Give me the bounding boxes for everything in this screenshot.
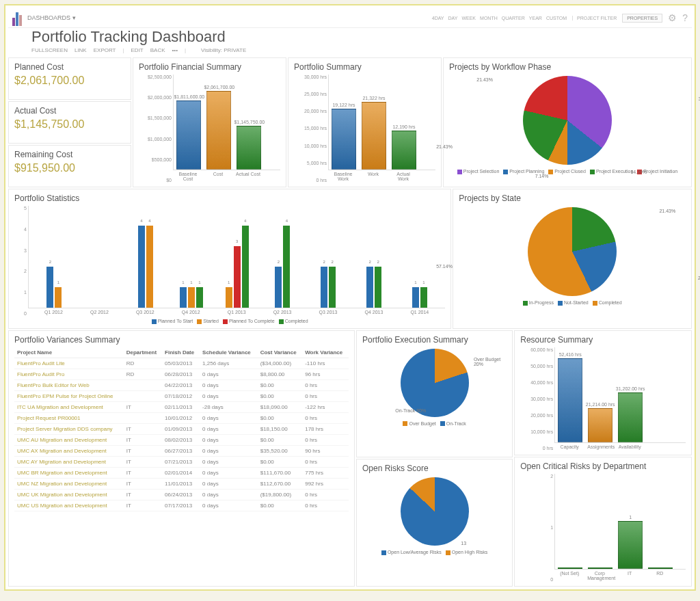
bar[interactable]: 1 [226,287,232,308]
menu-fullscreen[interactable]: FULLSCREEN [31,47,68,53]
help-icon[interactable]: ? [682,12,688,23]
menu-back[interactable]: BACK [150,47,165,53]
table-row[interactable]: UMC UK Migration and DevelopmentIT06/24/… [14,489,349,500]
menu-link[interactable]: LINK [75,47,87,53]
panel-title: Portfolio Execution Summary [362,335,507,345]
properties-button[interactable]: PROPERTIES [622,14,662,23]
col-header[interactable]: Department [124,347,162,358]
action-menu: FULLSCREENLINKEXPORT|EDITBACK•••|Visibil… [31,47,688,53]
menu-•••[interactable]: ••• [172,47,178,53]
bar-group: 44 [123,226,169,308]
kpi-label: Actual Cost [14,106,125,116]
table-row[interactable]: UMC US Migration and DevelopmentIT07/17/… [14,500,349,511]
title-bar: Portfolio Tracking Dashboard FULLSCREENL… [8,28,692,57]
panel-title: Open Critical Risks by Department [520,462,686,471]
legend-item[interactable]: Open Low/Average Risks [381,550,442,555]
bar[interactable]: 2 [366,267,373,308]
legend-item[interactable]: Planned To Complete [223,319,275,324]
bar-group: 22 [351,267,397,308]
bar[interactable]: 1 [412,287,419,308]
legend-item[interactable]: Project Execution [590,169,633,174]
bar[interactable]: 3 [234,246,241,308]
pie-chart[interactable] [528,207,617,296]
table-variances-summary: Portfolio Variances Summary Project Name… [8,330,355,587]
range-month[interactable]: MONTH [480,16,498,21]
project-filter[interactable]: PROJECT FILTER [572,16,617,21]
table-row[interactable]: UMC AY Migration and DevelopmentIT07/21/… [14,456,349,467]
range-custom[interactable]: CUSTOM [546,16,567,21]
range-quarter[interactable]: QUARTER [502,16,525,21]
table-row[interactable]: FluentPro EPM Pulse for Project Online07… [14,390,349,401]
bar-group: 21 [31,267,77,308]
pie-chart[interactable] [401,477,469,546]
bar[interactable]: 2 [329,267,336,308]
bar[interactable]: 2 [275,267,282,308]
panel-title: Portfolio Financial Summary [139,62,280,72]
bar[interactable]: 1 [55,287,62,308]
kpi-value: $1,145,750.00 [14,118,125,131]
bar[interactable]: 4 [146,226,153,308]
chart-workflow-phase: Projects by Workflow Phase35.71%14.29%7.… [443,57,692,187]
legend-item[interactable]: Completed [279,319,308,324]
kpi-remaining-cost: Remaining Cost $915,950.00 [8,145,131,187]
table-row[interactable]: UMC AX Migration and DevelopmentIT06/27/… [14,445,349,456]
table-row[interactable]: FluentPro Audit ProRD06/28/20130 days$8,… [14,369,349,379]
kpi-planned-cost: Planned Cost $2,061,700.00 [8,57,131,100]
col-header[interactable]: Cost Variance [258,347,303,358]
chart-portfolio-summary: Portfolio Summary30,000 hrs25,000 hrs20,… [288,57,442,187]
range-4day[interactable]: 4DAY [432,16,444,21]
legend-item[interactable]: Over Budget [403,421,435,427]
pie-chart[interactable] [401,349,469,417]
bar[interactable]: 1 [420,287,427,308]
table-row[interactable]: FluentPro Audit LiteRD05/03/20131,256 da… [14,358,349,369]
pie-chart[interactable] [523,76,612,165]
legend-item[interactable]: On-Track [440,421,466,427]
bar[interactable]: 4 [283,226,290,308]
legend-item[interactable]: Open High Risks [446,550,488,555]
panel-title: Open Risks Score [362,464,507,473]
panel-title: Resource Summary [520,335,686,345]
table-row[interactable]: Project Request PR0000110/01/20120 days$… [14,412,349,423]
menu-edit[interactable]: EDIT [131,47,144,53]
breadcrumb[interactable]: DASHBOARDS ▾ [27,14,427,21]
table-row[interactable]: Project Server Migration DDS companyIT01… [14,423,349,434]
top-bar: DASHBOARDS ▾ 4DAYDAYWEEKMONTHQUARTERYEAR… [8,8,692,28]
table-row[interactable]: UMC NZ Migration and DevelopmentIT11/01/… [14,478,349,489]
legend-item[interactable]: Started [197,319,219,324]
range-day[interactable]: DAY [448,16,458,21]
bar[interactable]: 2 [46,267,53,308]
range-year[interactable]: YEAR [529,16,542,21]
table-row[interactable]: UMC AU Migration and DevelopmentIT08/02/… [14,434,349,445]
gear-icon[interactable]: ⚙ [668,12,677,23]
col-header[interactable]: Schedule Variance [200,347,258,358]
col-header[interactable]: Finish Date [162,347,200,358]
panel-title: Projects by Workflow Phase [449,62,686,72]
bar[interactable]: 4 [242,226,249,308]
legend-item[interactable]: Project Selection [457,169,500,174]
table-row[interactable]: UMC BR Migration and DevelopmentIT02/01/… [14,467,349,478]
legend-item[interactable]: Not-Started [558,300,589,306]
bar[interactable]: 1 [196,287,203,308]
kpi-value: $915,950.00 [14,162,125,174]
legend-item[interactable]: Completed [593,300,622,306]
app-logo [12,10,22,26]
bar-group: 22 [306,267,351,308]
legend-item[interactable]: In-Progress [523,300,554,306]
bar[interactable]: 1 [188,287,195,308]
table-row[interactable]: FluentPro Bulk Editor for Web04/22/20130… [14,379,349,390]
bar[interactable]: 4 [138,226,145,308]
col-header[interactable]: Work Variance [302,347,349,358]
bar[interactable]: 1 [180,287,187,308]
bar[interactable]: 2 [375,267,381,308]
bar-group: 111 [168,287,214,308]
legend-item[interactable]: Planned To Start [152,319,193,324]
menu-|: | [185,47,186,53]
range-week[interactable]: WEEK [461,16,476,21]
kpi-actual-cost: Actual Cost $1,145,750.00 [8,101,131,144]
bar[interactable]: 2 [321,267,327,308]
visibility-label: Visibility: PRIVATE [201,47,246,53]
table-row[interactable]: ITC UA Migration and DevelopmentIT02/11/… [14,401,349,412]
menu-export[interactable]: EXPORT [94,47,116,53]
col-header[interactable]: Project Name [14,347,124,358]
legend-item[interactable]: Project Closed [548,169,586,174]
